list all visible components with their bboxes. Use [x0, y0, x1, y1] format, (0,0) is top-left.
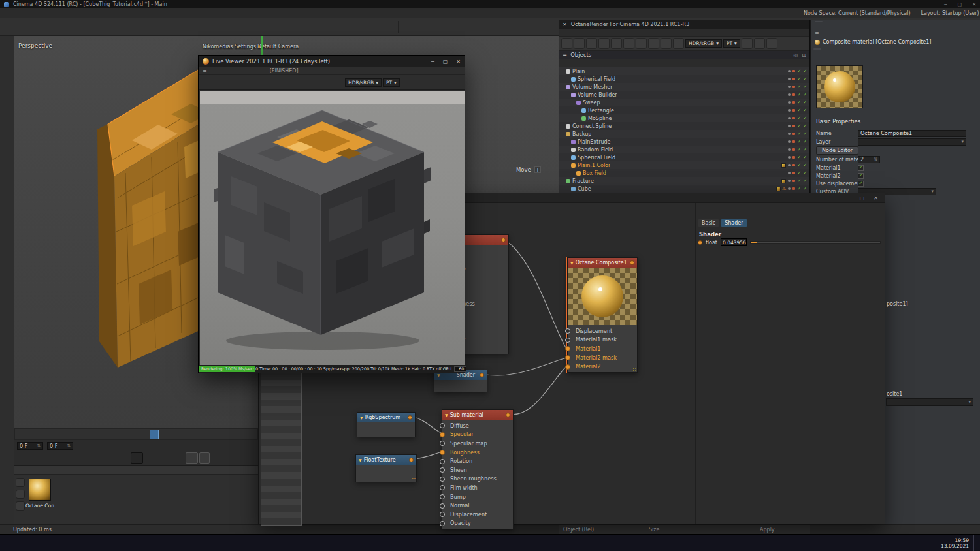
editor-visibility-check[interactable]: ✓ [797, 178, 801, 183]
apply-label[interactable]: Apply [760, 527, 775, 533]
octane-tool-icon[interactable] [648, 38, 659, 49]
octane-tool-icon[interactable] [673, 38, 684, 49]
toolbar-icon[interactable] [123, 20, 137, 34]
texture-menu-item[interactable] [261, 400, 301, 406]
editor-visibility-check[interactable]: ✓ [797, 123, 801, 129]
plus-icon[interactable]: + [534, 166, 541, 173]
toolbar-icon[interactable] [108, 20, 122, 34]
enable-dot[interactable] [788, 164, 791, 166]
node-header[interactable]: ▼ Octane Composite1 [568, 258, 637, 268]
taskbar-app-icon[interactable] [673, 536, 687, 550]
transport-button[interactable] [172, 452, 184, 464]
material-name[interactable]: Octane Con [22, 503, 57, 509]
input-pin-row[interactable]: Sheen [442, 465, 513, 475]
editor-visibility-check[interactable]: ✓ [797, 108, 801, 113]
tool-icon[interactable] [1, 144, 13, 155]
input-pin-row[interactable]: Diffuse [442, 421, 513, 430]
enable-dot[interactable] [788, 187, 791, 190]
search-icon[interactable]: ◎ [793, 52, 798, 58]
kernel-dropdown[interactable]: PT▾ [383, 78, 400, 87]
input-pin-row[interactable]: Specular [442, 430, 513, 439]
octane-palette-icon[interactable] [546, 127, 555, 136]
resize-handle[interactable]: ∷ [412, 477, 416, 482]
toolbar-icon[interactable] [276, 20, 289, 34]
output-pin[interactable] [480, 373, 484, 377]
tool-icon[interactable] [1, 54, 13, 65]
live-viewer-tool-icon[interactable] [332, 76, 344, 88]
node-header[interactable]: ▼ Sub material [442, 410, 513, 420]
render-dot[interactable] [792, 148, 795, 151]
texture-tag-icon[interactable] [781, 163, 786, 168]
subtab[interactable] [839, 48, 847, 50]
object-tree-row[interactable]: Spherical Field ⚠ ✓ ✓ [559, 75, 809, 83]
minimize-icon[interactable]: ─ [431, 59, 434, 65]
editor-visibility-check[interactable]: ✓ [797, 92, 801, 97]
transport-button[interactable] [186, 452, 198, 464]
live-viewer-tool-icon[interactable] [293, 76, 304, 88]
taskbar-app-icon[interactable] [605, 536, 619, 550]
enable-dot[interactable] [788, 140, 791, 143]
tool-icon[interactable] [1, 69, 13, 80]
output-pin[interactable] [408, 415, 412, 420]
tool-icon[interactable] [1, 114, 13, 125]
collapse-icon[interactable]: ▼ [360, 415, 363, 420]
editor-visibility-check[interactable]: ✓ [797, 131, 801, 136]
texture-menu-item[interactable] [261, 459, 301, 465]
toolbar-icon[interactable] [206, 21, 206, 33]
live-viewer-tool-icon[interactable] [253, 76, 265, 88]
node-sub-material[interactable]: ▼ Sub material DiffuseSpecularSpecular m… [442, 409, 514, 529]
show-desktop-button[interactable] [973, 535, 976, 551]
close-icon[interactable]: ✕ [456, 59, 461, 65]
materials-count-stepper[interactable]: 2⇅ [858, 156, 880, 163]
render-dot[interactable] [792, 140, 795, 143]
enable-dot[interactable] [788, 133, 791, 135]
taskbar-app-icon[interactable] [588, 536, 602, 550]
render-visibility-check[interactable]: ✓ [803, 147, 807, 152]
editor-visibility-check[interactable]: ✓ [797, 170, 801, 176]
output-pin[interactable] [630, 260, 634, 265]
render-visibility-check[interactable]: ✓ [803, 155, 807, 160]
toolbar-icon[interactable] [189, 20, 203, 34]
input-pin-row[interactable]: Material1 [568, 344, 637, 353]
toolbar-icon[interactable] [398, 21, 399, 33]
subtab[interactable] [887, 309, 894, 311]
toolbar-icon[interactable] [366, 20, 380, 34]
editor-visibility-check[interactable]: ✓ [797, 139, 801, 144]
resize-handle[interactable]: ∷ [483, 387, 486, 392]
render-dot[interactable] [792, 78, 795, 80]
object-tree-row[interactable]: Connect.Spline ⚠ ✓ ✓ [559, 122, 809, 130]
render-view[interactable] [200, 91, 465, 368]
output-pin[interactable] [501, 238, 506, 242]
name-input[interactable] [858, 130, 966, 137]
gpu-field[interactable]: 60 [454, 366, 466, 372]
render-visibility-check[interactable]: ✓ [803, 123, 807, 129]
taskbar-app-icon[interactable] [367, 536, 382, 550]
transport-button[interactable] [131, 452, 143, 464]
subtab[interactable] [905, 309, 913, 311]
render-dot[interactable] [792, 117, 795, 119]
input-pin-row[interactable]: Bump [442, 492, 513, 501]
toolbar-icon[interactable] [240, 20, 253, 34]
current-frame-marker[interactable] [150, 430, 159, 439]
texture-menu-item[interactable] [261, 452, 301, 459]
octane-palette-icon[interactable] [546, 65, 555, 74]
enable-dot[interactable] [788, 86, 791, 88]
toolbar-icon[interactable] [351, 20, 365, 34]
toolbar-icon[interactable] [39, 20, 56, 34]
live-viewer-tool-icon[interactable] [401, 76, 413, 88]
octane-palette-icon[interactable] [546, 89, 555, 99]
render-visibility-check[interactable]: ✓ [803, 178, 807, 183]
maximize-icon[interactable]: ▢ [958, 2, 962, 7]
input-pin-row[interactable]: Rotation [442, 456, 513, 465]
taskbar-clock[interactable]: 19:59 13.09.2021 [941, 537, 969, 550]
name-input-fragment[interactable]: ▾ [886, 398, 973, 406]
object-tree-row[interactable]: Cube ⚠ ✓ ✓ [559, 185, 809, 193]
close-icon[interactable]: ✕ [563, 22, 567, 27]
live-viewer-tool-icon[interactable] [306, 76, 318, 88]
toolbar-icon[interactable] [144, 20, 157, 34]
subtab[interactable] [847, 48, 855, 50]
render-visibility-check[interactable]: ✓ [803, 131, 807, 136]
collapse-icon[interactable]: ▼ [359, 458, 362, 462]
toolbar-icon[interactable] [159, 20, 172, 34]
render-dot[interactable] [792, 125, 795, 127]
